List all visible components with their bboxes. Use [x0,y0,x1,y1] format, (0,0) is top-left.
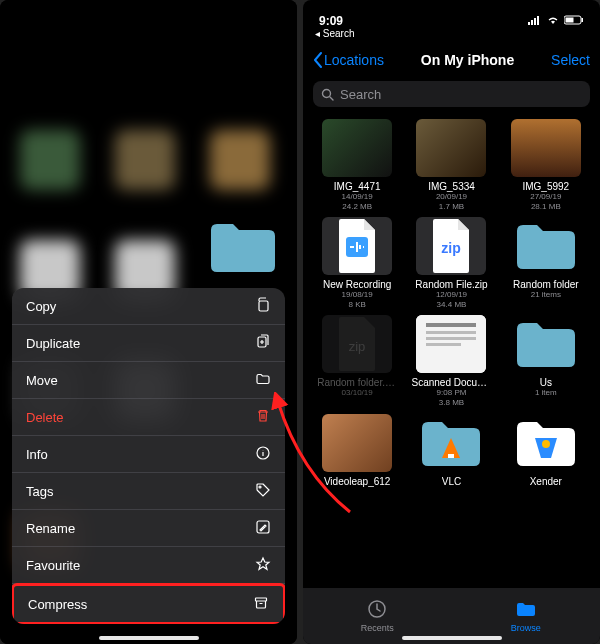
menu-label: Delete [26,410,64,425]
svg-rect-18 [566,18,574,23]
svg-rect-29 [448,454,454,458]
info-icon [255,445,271,464]
svg-rect-26 [426,331,476,334]
audio-file-icon [322,217,392,275]
folder-icon [416,414,486,472]
folder-icon [511,315,581,373]
status-time: 9:09 [319,14,343,28]
status-bar: 9:09 [303,0,600,28]
menu-item-duplicate[interactable]: Duplicate [12,325,285,362]
menu-label: Move [26,373,58,388]
svg-rect-19 [582,18,584,22]
folder-icon [511,414,581,472]
folder-icon [515,599,537,621]
image-thumbnail [511,119,581,177]
archive-icon [253,595,269,614]
selected-folder[interactable] [207,218,279,276]
trash-icon [255,408,271,427]
chevron-left-icon [313,52,322,68]
file-item[interactable]: IMG_4471 14/09/19 24.2 MB [313,119,401,211]
svg-point-30 [542,440,550,448]
menu-item-compress[interactable]: Compress [12,583,285,624]
search-icon [321,88,334,101]
svg-rect-28 [426,343,461,346]
file-item[interactable]: Videoleap_612 [313,414,401,487]
menu-label: Rename [26,521,75,536]
clock-icon [367,599,387,621]
folder-item[interactable]: VLC [407,414,495,487]
folder-item[interactable]: Us 1 item [502,315,590,407]
svg-rect-16 [537,16,539,25]
folder-icon [255,371,271,390]
copy-icon [255,297,271,316]
menu-item-rename[interactable]: Rename [12,510,285,547]
document-thumbnail [416,315,486,373]
rename-icon [255,519,271,538]
page-title: On My iPhone [421,52,514,68]
menu-label: Favourite [26,558,80,573]
files-grid: IMG_4471 14/09/19 24.2 MB IMG_5334 20/09… [303,111,600,495]
svg-rect-15 [534,18,536,25]
zip-file-icon: zip [416,217,486,275]
svg-rect-25 [426,323,476,327]
menu-item-tags[interactable]: Tags [12,473,285,510]
zip-file-icon: zip [322,315,392,373]
folder-item[interactable]: Random folder 21 items [502,217,590,309]
svg-point-20 [323,89,331,97]
menu-label: Compress [28,597,87,612]
file-item[interactable]: IMG_5334 20/09/19 1.7 MB [407,119,495,211]
menu-item-info[interactable]: Info [12,436,285,473]
image-thumbnail [416,119,486,177]
file-item[interactable]: Scanned Document 9:08 PM 3.8 MB [407,315,495,407]
menu-item-move[interactable]: Move [12,362,285,399]
home-indicator[interactable] [402,636,502,640]
svg-text:zip: zip [349,339,366,354]
context-menu: Copy Duplicate Move Delete Info Tags Ren… [12,288,285,624]
menu-item-copy[interactable]: Copy [12,288,285,325]
menu-item-favourite[interactable]: Favourite [12,547,285,584]
battery-icon [564,14,584,28]
image-thumbnail [322,119,392,177]
duplicate-icon [255,334,271,353]
menu-label: Tags [26,484,53,499]
folder-icon [511,217,581,275]
wifi-icon [546,14,560,28]
svg-rect-12 [256,598,267,601]
back-to-search[interactable]: ◂ Search [303,28,600,43]
svg-rect-27 [426,337,476,340]
nav-bar: Locations On My iPhone Select [303,43,600,77]
svg-text:zip: zip [442,240,461,256]
search-field[interactable]: Search [313,81,590,107]
select-button[interactable]: Select [551,52,590,68]
tag-icon [255,482,271,501]
svg-point-10 [259,486,261,488]
menu-label: Duplicate [26,336,80,351]
signal-icon [528,14,542,28]
star-icon [255,556,271,575]
phone-right: 9:09 ◂ Search Locations On My iPhone Sel… [303,0,600,644]
svg-rect-7 [259,301,268,311]
svg-rect-14 [531,20,533,25]
phone-left: 9:09 ◂ Search Copy Duplicate Move [0,0,297,644]
menu-label: Info [26,447,48,462]
home-indicator[interactable] [99,636,199,640]
menu-label: Copy [26,299,56,314]
folder-item[interactable]: Xender [502,414,590,487]
file-item[interactable]: IMG_5992 27/09/19 28.1 MB [502,119,590,211]
svg-rect-13 [528,22,530,25]
file-item[interactable]: zip Random folder.zip 03/10/19 [313,315,401,407]
file-item[interactable]: New Recording 19/08/19 8 KB [313,217,401,309]
file-item[interactable]: zip Random File.zip 12/09/19 34.4 MB [407,217,495,309]
menu-item-delete[interactable]: Delete [12,399,285,436]
back-button[interactable]: Locations [313,52,384,68]
search-placeholder: Search [340,87,381,102]
image-thumbnail [322,414,392,472]
